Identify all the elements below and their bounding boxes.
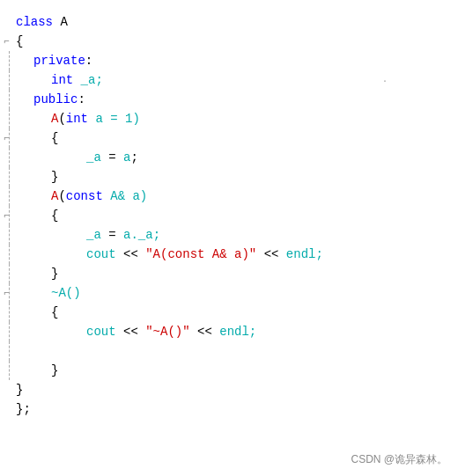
code-editor: class A ⌐ { private:	[0, 0, 458, 476]
gutter-14	[0, 264, 16, 283]
colon-5: :	[78, 92, 85, 106]
op-13: <<	[116, 247, 146, 261]
watermark: CSDN @诡异森林。	[351, 452, 447, 467]
code-line-15: ⌐ ~A()	[0, 283, 458, 303]
vline-9	[9, 167, 10, 187]
gutter-1	[0, 12, 16, 32]
code-line-12: _a = a._a;	[0, 225, 458, 245]
code-line-13: cout << "A(const A& a)" << endl;	[0, 245, 458, 264]
code-text-2: {	[16, 32, 458, 51]
brace-open-11: {	[51, 209, 58, 223]
code-line-17: cout << "~A()" << endl;	[0, 322, 458, 341]
vline-19	[9, 361, 10, 380]
code-text-19: }	[16, 361, 458, 380]
code-text-4: int _a; .	[16, 70, 458, 90]
vline-4	[9, 70, 10, 90]
code-line-18	[0, 341, 458, 361]
gutter-3	[0, 51, 16, 70]
code-text-17: cout << "~A()" << endl;	[16, 322, 458, 341]
keyword-class: class	[16, 15, 60, 29]
vline-5	[9, 90, 10, 109]
bracket-mark-7: ⌐	[4, 128, 10, 148]
code-text-1: class A	[16, 12, 458, 32]
dot-4: .	[382, 70, 388, 90]
gutter-20	[0, 380, 16, 399]
gutter-13	[0, 245, 16, 264]
gutter-15: ⌐	[0, 283, 16, 303]
bracket-mark-11: ⌐	[4, 206, 10, 225]
vline-12	[9, 225, 10, 245]
code-line-3: private:	[0, 51, 458, 70]
bracket-mark-15: ⌐	[4, 283, 10, 303]
code-line-16: {	[0, 303, 458, 322]
keyword-public: public	[33, 92, 78, 106]
gutter-18	[0, 341, 16, 361]
code-line-4: int _a; .	[0, 70, 458, 90]
code-text-13: cout << "A(const A& a)" << endl;	[16, 245, 458, 264]
code-line-14: }	[0, 264, 458, 283]
gutter-2: ⌐	[0, 32, 16, 51]
brace-open-16: {	[51, 305, 58, 319]
param-a-10: A& a)	[103, 189, 147, 203]
endl-13: endl;	[286, 247, 323, 261]
vline-16	[9, 303, 10, 322]
brace-close-19: }	[51, 363, 58, 377]
code-text-10: A(const A& a)	[16, 187, 458, 206]
code-text-8: _a = a;	[16, 148, 458, 167]
vline-6	[9, 109, 10, 128]
code-text-18	[16, 341, 458, 361]
string-13: "A(const A& a)"	[145, 247, 256, 261]
gutter-10	[0, 187, 16, 206]
vline-18	[9, 341, 10, 361]
keyword-const-10: const	[66, 189, 103, 203]
gutter-11: ⌐	[0, 206, 16, 225]
code-text-21: };	[16, 399, 458, 419]
code-text-20: }	[16, 380, 458, 399]
param-a-6: a = 1)	[88, 112, 140, 126]
code-text-9: }	[16, 167, 458, 187]
code-line-20: }	[0, 380, 458, 399]
code-line-9: }	[0, 167, 458, 187]
gutter-7: ⌐	[0, 128, 16, 148]
string-17: "~A()"	[145, 325, 189, 339]
paren-open-6: (	[58, 112, 65, 126]
colon-3: :	[85, 54, 92, 68]
op2-13: <<	[256, 247, 286, 261]
brace-close-9: }	[51, 170, 58, 184]
code-text-6: A(int a = 1)	[16, 109, 458, 128]
code-line-19: }	[0, 361, 458, 380]
code-text-14: }	[16, 264, 458, 283]
cout-13: cout	[86, 247, 116, 261]
code-line-2: ⌐ {	[0, 32, 458, 51]
gutter-19	[0, 361, 16, 380]
op-17: <<	[116, 325, 146, 339]
vline-14	[9, 264, 10, 283]
var-ua-8: _a	[86, 150, 101, 165]
brace-open-2: {	[16, 34, 23, 48]
code-line-10: A(const A& a)	[0, 187, 458, 206]
code-line-1: class A	[0, 12, 458, 32]
class-name-a: A	[60, 15, 67, 29]
code-text-11: {	[16, 206, 458, 225]
var-a-4: _a;	[73, 73, 103, 87]
gutter-6	[0, 109, 16, 128]
keyword-int-6: int	[66, 112, 88, 126]
gutter-9	[0, 167, 16, 187]
brace-close-20: }	[16, 383, 23, 397]
var-ua-12: _a	[86, 228, 101, 242]
code-text-7: {	[16, 128, 458, 148]
eq-12: =	[101, 228, 123, 242]
code-text-16: {	[16, 303, 458, 322]
semicolon-21: };	[16, 402, 31, 416]
code-text-5: public:	[16, 90, 458, 109]
brace-open-7: {	[51, 131, 58, 145]
gutter-8	[0, 148, 16, 167]
op2-17: <<	[190, 325, 220, 339]
code-line-11: ⌐ {	[0, 206, 458, 225]
destructor-15: ~A()	[51, 286, 81, 300]
vline-13	[9, 245, 10, 264]
endl-17: endl;	[219, 325, 256, 339]
vline-17	[9, 322, 10, 341]
vline-3	[9, 51, 10, 70]
keyword-int-4: int	[51, 73, 73, 87]
